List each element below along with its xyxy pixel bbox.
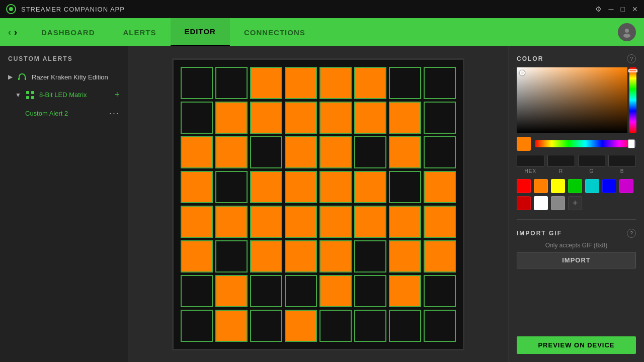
alert-menu-button[interactable]: ···	[109, 108, 120, 119]
led-cell[interactable]	[285, 240, 317, 273]
led-cell[interactable]	[354, 171, 386, 203]
preset-swatch-2[interactable]	[551, 179, 565, 193]
hue-bar[interactable]	[629, 67, 636, 133]
led-cell[interactable]	[354, 275, 386, 307]
led-matrix[interactable]	[172, 58, 464, 350]
nav-connections[interactable]: CONNECTIONS	[230, 18, 319, 46]
led-cell[interactable]	[389, 136, 421, 168]
led-cell[interactable]	[424, 240, 456, 273]
preset-swatch-8[interactable]	[534, 196, 548, 210]
nav-dashboard[interactable]: DASHBOARD	[27, 18, 109, 46]
preset-swatch-1[interactable]	[534, 179, 548, 193]
led-cell[interactable]	[285, 206, 317, 238]
led-cell[interactable]	[354, 310, 386, 342]
preview-on-device-button[interactable]: PREVIEW ON DEVICE	[517, 336, 636, 354]
led-cell[interactable]	[250, 136, 282, 168]
color-help-icon[interactable]: ?	[627, 54, 636, 63]
current-color-swatch[interactable]	[517, 137, 531, 151]
led-cell[interactable]	[424, 310, 456, 342]
maximize-button[interactable]: □	[621, 5, 625, 13]
led-cell[interactable]	[285, 102, 317, 134]
led-cell[interactable]	[354, 240, 386, 273]
preset-swatch-3[interactable]	[568, 179, 582, 193]
led-cell[interactable]	[319, 67, 352, 99]
led-cell[interactable]	[319, 171, 352, 203]
led-cell[interactable]	[181, 67, 213, 99]
led-cell[interactable]	[250, 275, 282, 307]
forward-arrow[interactable]: ›	[14, 27, 17, 38]
led-cell[interactable]	[354, 136, 386, 168]
led-cell[interactable]	[215, 136, 248, 168]
led-cell[interactable]	[285, 310, 317, 342]
led-cell[interactable]	[250, 310, 282, 342]
nav-alerts[interactable]: ALERTS	[109, 18, 171, 46]
led-cell[interactable]	[389, 310, 421, 342]
led-cell[interactable]	[389, 67, 421, 99]
led-cell[interactable]	[319, 206, 352, 238]
preset-swatch-6[interactable]	[619, 179, 633, 193]
led-cell[interactable]	[181, 275, 213, 307]
led-cell[interactable]	[285, 171, 317, 203]
close-button[interactable]: ✕	[632, 5, 638, 13]
led-cell[interactable]	[319, 240, 352, 273]
collapse-icon[interactable]: ▼	[15, 92, 21, 99]
back-arrow[interactable]: ‹	[8, 27, 11, 38]
led-cell[interactable]	[389, 206, 421, 238]
preset-swatch-0[interactable]	[517, 179, 531, 193]
led-cell[interactable]	[389, 275, 421, 307]
nav-editor[interactable]: EDITOR	[171, 18, 230, 46]
led-cell[interactable]	[424, 67, 456, 99]
led-cell[interactable]	[285, 136, 317, 168]
led-cell[interactable]	[389, 102, 421, 134]
import-gif-help-icon[interactable]: ?	[627, 229, 636, 238]
titlebar-controls[interactable]: ⚙ ─ □ ✕	[595, 5, 638, 13]
led-cell[interactable]	[250, 206, 282, 238]
led-cell[interactable]	[424, 171, 456, 203]
led-cell[interactable]	[319, 136, 352, 168]
sidebar-device[interactable]: ▶ Razer Kraken Kitty Edition	[0, 68, 128, 85]
g-input[interactable]: 128	[578, 155, 606, 167]
led-cell[interactable]	[215, 171, 248, 203]
led-cell[interactable]	[215, 102, 248, 134]
led-cell[interactable]	[215, 310, 248, 342]
led-cell[interactable]	[354, 102, 386, 134]
led-cell[interactable]	[424, 206, 456, 238]
preset-swatch-9[interactable]	[551, 196, 565, 210]
led-cell[interactable]	[181, 240, 213, 273]
add-alert-button[interactable]: +	[114, 89, 120, 100]
preset-swatch-5[interactable]	[602, 179, 616, 193]
led-cell[interactable]	[319, 275, 352, 307]
led-cell[interactable]	[181, 206, 213, 238]
led-cell[interactable]	[354, 206, 386, 238]
led-cell[interactable]	[181, 136, 213, 168]
import-button[interactable]: IMPORT	[517, 252, 636, 268]
sidebar-alert[interactable]: Custom Alert 2 ···	[0, 104, 128, 123]
settings-icon[interactable]: ⚙	[595, 5, 602, 13]
led-cell[interactable]	[424, 102, 456, 134]
led-cell[interactable]	[389, 240, 421, 273]
led-cell[interactable]	[215, 206, 248, 238]
led-cell[interactable]	[319, 310, 352, 342]
led-cell[interactable]	[181, 310, 213, 342]
led-cell[interactable]	[250, 102, 282, 134]
led-cell[interactable]	[215, 67, 248, 99]
led-cell[interactable]	[250, 171, 282, 203]
minimize-button[interactable]: ─	[609, 5, 614, 13]
led-cell[interactable]	[250, 240, 282, 273]
led-cell[interactable]	[354, 67, 386, 99]
led-cell[interactable]	[250, 67, 282, 99]
led-cell[interactable]	[389, 171, 421, 203]
add-preset-button[interactable]: +	[568, 196, 582, 210]
preset-swatch-4[interactable]	[585, 179, 599, 193]
b-input[interactable]: 0	[608, 155, 636, 167]
led-cell[interactable]	[181, 102, 213, 134]
color-gradient[interactable]	[517, 67, 627, 133]
led-cell[interactable]	[319, 102, 352, 134]
led-cell[interactable]	[285, 67, 317, 99]
led-cell[interactable]	[215, 275, 248, 307]
color-gradient-container[interactable]	[517, 67, 636, 133]
led-cell[interactable]	[424, 136, 456, 168]
led-cell[interactable]	[424, 275, 456, 307]
led-cell[interactable]	[215, 240, 248, 273]
hex-input[interactable]: FF8000	[517, 155, 544, 167]
